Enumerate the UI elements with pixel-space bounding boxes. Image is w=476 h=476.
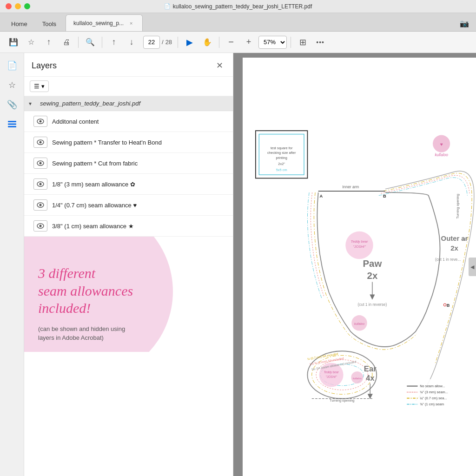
svg-text:Turning opening: Turning opening: [330, 398, 354, 403]
layer-name-0: Additonal content: [52, 118, 99, 125]
svg-text:test square for: test square for: [271, 146, 293, 150]
bookmark-button[interactable]: ☆: [23, 34, 39, 50]
eye-icon-0[interactable]: [33, 116, 47, 127]
svg-text:Paw: Paw: [363, 258, 382, 269]
eye-icon-1[interactable]: [33, 137, 47, 148]
svg-text:"JOSHI": "JOSHI": [353, 245, 365, 249]
svg-text:2x: 2x: [367, 270, 378, 281]
svg-point-10: [40, 183, 42, 185]
layers-header: Layers ✕: [24, 53, 233, 77]
layers-title: Layers: [32, 61, 57, 71]
maximize-window-button[interactable]: [24, 3, 30, 9]
svg-text:A: A: [319, 194, 323, 198]
svg-point-14: [40, 225, 42, 227]
window-controls: [6, 3, 30, 9]
svg-text:Teddy bear: Teddy bear: [324, 370, 339, 374]
close-window-button[interactable]: [6, 3, 12, 9]
save-button[interactable]: 💾: [6, 34, 21, 50]
dropdown-arrow: ▾: [41, 83, 45, 90]
svg-text:♥: ♥: [440, 142, 443, 147]
pdf-viewer[interactable]: ◀ test square for checking size after pr…: [233, 53, 476, 476]
svg-text:m: m: [463, 237, 467, 242]
svg-text:5x5 cm: 5x5 cm: [276, 168, 287, 172]
svg-text:kullaloo: kullaloo: [354, 323, 364, 326]
pdf-page: ◀ test square for checking size after pr…: [243, 58, 476, 476]
title-bar: 📄 kullaloo_sewing_pattern_teddy_bear_jos…: [0, 0, 476, 13]
sidebar-icon-bookmarks[interactable]: ☆: [3, 76, 21, 94]
layer-name-1: Sewing pattern * Transfer to Heat'n Bond: [52, 139, 162, 146]
pdf-type-icon: 📄: [164, 3, 171, 9]
zoom-out-button[interactable]: −: [223, 34, 239, 50]
layers-close-button[interactable]: ✕: [213, 60, 225, 72]
page-total: 28: [165, 39, 172, 46]
svg-point-43: [443, 304, 446, 306]
sidebar-icon-pages[interactable]: 📄: [3, 57, 21, 74]
svg-text:(cut 1 in reve...: (cut 1 in reve...: [435, 257, 461, 262]
upload-button[interactable]: ↑: [41, 34, 57, 50]
svg-point-12: [40, 204, 42, 206]
list-item[interactable]: Sewing pattern * Cut from fabric: [24, 153, 233, 174]
svg-text:⅜" (1 cm) seam: ⅜" (1 cm) seam: [420, 402, 444, 406]
fit-page-button[interactable]: ⊞: [295, 34, 311, 50]
list-item[interactable]: 1/8" (3 mm) seam allowance ✿: [24, 174, 233, 195]
page-slash: /: [162, 39, 164, 46]
promo-area: 3 differentseam allowancesincluded! (can…: [24, 237, 233, 352]
eye-icon-2[interactable]: [33, 158, 47, 169]
layer-group-pdf[interactable]: ▾ sewing_pattern_teddy_bear_joshi.pdf: [24, 96, 233, 111]
hand-tool-button[interactable]: ✋: [199, 34, 215, 50]
main-content: 📄 ☆ 📎 Layers ✕ ☰ ▾ ▾ sewing_patt: [0, 53, 476, 476]
scroll-down-button[interactable]: ↓: [124, 34, 139, 50]
svg-text:⅛" (3 mm) seam...: ⅛" (3 mm) seam...: [420, 390, 448, 394]
svg-text:2x: 2x: [450, 245, 458, 252]
list-item[interactable]: 3/8" (1 cm) seam allowance ★: [24, 216, 233, 237]
list-item[interactable]: Additonal content: [24, 111, 233, 132]
svg-text:Teddy bear: Teddy bear: [351, 239, 368, 244]
more-tools-button[interactable]: •••: [312, 34, 328, 50]
svg-text:"JOSHI": "JOSHI": [326, 375, 337, 378]
svg-point-4: [40, 120, 42, 123]
search-button[interactable]: 🔍: [82, 34, 98, 50]
separator-4: [219, 37, 219, 48]
tab-active-pdf[interactable]: kullaloo_sewing_p... ×: [66, 14, 143, 31]
promo-sub-text: (can be shown and hidden usinglayers in …: [38, 324, 224, 343]
sidebar-icon-layers[interactable]: [3, 115, 21, 133]
svg-text:Inner arm: Inner arm: [343, 185, 359, 189]
eye-icon-4[interactable]: [33, 199, 47, 211]
print-button[interactable]: 🖨: [59, 34, 74, 50]
minimize-window-button[interactable]: [15, 3, 21, 9]
eye-icon-5[interactable]: [33, 220, 47, 231]
svg-text:checking size after: checking size after: [267, 151, 296, 155]
main-toolbar: 💾 ☆ ↑ 🖨 🔍 ↑ ↓ 22 / 28 ▶ ✋ − + 57% ⊞ •••: [0, 32, 476, 53]
layer-name-2: Sewing pattern * Cut from fabric: [52, 160, 138, 167]
svg-text:B: B: [447, 303, 450, 308]
zoom-in-button[interactable]: +: [241, 34, 257, 50]
promo-main-text: 3 differentseam allowancesincluded!: [38, 264, 224, 317]
layer-name-3: 1/8" (3 mm) seam allowance ✿: [52, 181, 135, 188]
list-item[interactable]: Sewing pattern * Transfer to Heat'n Bond: [24, 132, 233, 153]
group-name: sewing_pattern_teddy_bear_joshi.pdf: [40, 100, 140, 107]
svg-text:Turning opening: Turning opening: [456, 194, 460, 218]
svg-text:No seam allow...: No seam allow...: [420, 384, 445, 388]
svg-text:B: B: [383, 194, 386, 198]
layers-toolbar: ☰ ▾: [24, 77, 233, 96]
scroll-up-button[interactable]: ↑: [106, 34, 122, 50]
collapse-panel-button[interactable]: ◀: [469, 258, 476, 276]
page-number-input[interactable]: 22: [143, 36, 160, 49]
separator-3: [178, 37, 178, 48]
eye-icon-3[interactable]: [33, 178, 47, 190]
zoom-select[interactable]: 57%: [258, 36, 287, 49]
tab-tools[interactable]: Tools: [35, 16, 64, 31]
separator-5: [291, 37, 291, 48]
svg-rect-0: [8, 121, 16, 122]
sidebar-icon-attachments[interactable]: 📎: [3, 96, 21, 113]
svg-point-8: [40, 162, 42, 165]
layers-view-button[interactable]: ☰ ▾: [30, 80, 49, 92]
arrow-tool-button[interactable]: ▶: [182, 34, 198, 50]
camera-icon[interactable]: 📷: [456, 15, 472, 31]
svg-text:4x: 4x: [366, 374, 375, 383]
tab-home[interactable]: Home: [4, 16, 35, 31]
svg-rect-1: [8, 124, 16, 125]
list-item[interactable]: 1/4" (0.7 cm) seam allowance ♥: [24, 195, 233, 216]
tab-close-button[interactable]: ×: [127, 20, 135, 27]
svg-point-6: [40, 141, 42, 144]
